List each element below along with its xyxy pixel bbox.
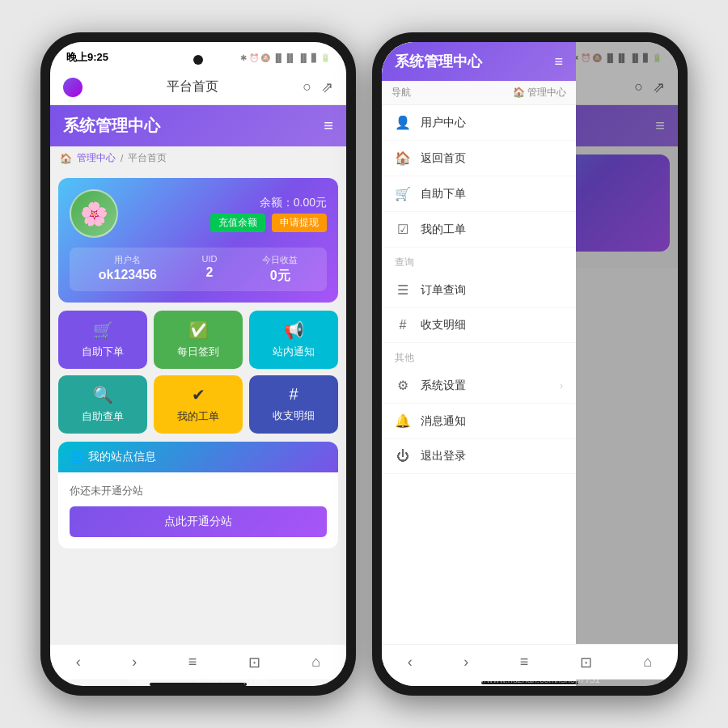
menu-item-settings[interactable]: ⚙ 系统设置 › <box>382 368 576 404</box>
balance-actions-1: 充值余额 申请提现 <box>210 214 327 232</box>
phone-2: 晚上9:25 ✱ ⏰ 🔕 ▐▌▐▌ ▐▌ ▊ 🔋 平台首页 ○ ⇗ 系统管理中心… <box>372 32 688 696</box>
phone-2-screen: 晚上9:25 ✱ ⏰ 🔕 ▐▌▐▌ ▐▌ ▊ 🔋 平台首页 ○ ⇗ 系统管理中心… <box>382 42 678 686</box>
action-grid-1: 🛒 自助下单 ✅ 每日签到 📢 站内通知 🔍 自助查单 ✔ 我的工单 <box>58 311 338 434</box>
back-button-1[interactable]: ‹ <box>76 654 81 671</box>
menu-item-logout[interactable]: ⏻ 退出登录 <box>382 439 576 474</box>
home-icon: 🏠 <box>395 150 411 166</box>
ticket-menu-icon: ☑ <box>395 222 411 237</box>
username-label-1: 用户名 <box>99 254 157 266</box>
ticket-label-1: 我的工单 <box>177 409 219 424</box>
menu-button-1[interactable]: ≡ <box>188 654 197 671</box>
station-title-1: 我的站点信息 <box>88 450 156 464</box>
menu-header-title-2: 系统管理中心 <box>395 52 482 71</box>
ticket-icon: ✔ <box>192 385 205 404</box>
forward-button-1[interactable]: › <box>132 654 137 671</box>
station-icon-1: 🌐 <box>70 451 83 463</box>
station-open-button-1[interactable]: 点此开通分站 <box>70 506 327 537</box>
watermark-2: https://www.huzhan.com/ishop7751 <box>459 675 599 684</box>
menu-item-finance[interactable]: # 收支明细 <box>382 308 576 343</box>
query-label-1: 自助查单 <box>82 409 124 424</box>
menu-breadcrumb-2: 导航 🏠 管理中心 <box>382 81 576 105</box>
menu-item-label-order: 自助下单 <box>421 187 466 201</box>
username-item-1: 用户名 ok123456 <box>99 254 157 285</box>
menu-button-2[interactable]: ≡ <box>520 654 529 671</box>
menu-item-order-query[interactable]: ☰ 订单查询 <box>382 273 576 308</box>
cart-menu-icon: 🛒 <box>395 186 411 201</box>
station-not-opened-1: 你还未开通分站 <box>70 484 327 498</box>
hash-icon: # <box>395 318 411 332</box>
breadcrumb-home-1[interactable]: 管理中心 <box>77 151 116 165</box>
share-button-1[interactable]: ⇗ <box>321 78 333 96</box>
finance-icon: # <box>289 385 298 404</box>
menu-item-home[interactable]: 🏠 返回首页 <box>382 141 576 176</box>
phone-1: 晚上9:25 ✱ ⏰ 🔕 ▐▌▐▌ ▐▌ ▊ 🔋 平台首页 ○ ⇗ 系统管理中心… <box>40 32 356 696</box>
menu-panel-2: 系统管理中心 ≡ 导航 🏠 管理中心 👤 用户中心 <box>382 42 576 686</box>
menu-nav-items-2: 👤 用户中心 🏠 返回首页 🛒 自助下单 ☑ 我的工单 <box>382 105 576 248</box>
avatar-1: 🌸 <box>70 189 118 238</box>
watermark-1: https://www.huzhan.com/ishop7751 <box>128 675 268 684</box>
notice-icon: 📢 <box>284 320 304 340</box>
window-button-2[interactable]: ⊡ <box>580 654 592 671</box>
cart-icon: 🛒 <box>93 320 113 340</box>
top-nav-actions-1: ○ ⇗ <box>303 78 333 96</box>
menu-other-label-2: 其他 <box>382 343 576 368</box>
user-card-1: 🌸 余额：0.00元 充值余额 申请提现 用户名 ok123456 <box>58 178 338 303</box>
username-value-1: ok123456 <box>99 268 157 282</box>
notice-label-1: 站内通知 <box>273 345 315 359</box>
menu-overlay-2: 系统管理中心 ≡ 导航 🏠 管理中心 👤 用户中心 <box>382 42 678 686</box>
breadcrumb-current-1: 平台首页 <box>128 151 167 165</box>
phone-1-screen: 晚上9:25 ✱ ⏰ 🔕 ▐▌▐▌ ▐▌ ▊ 🔋 平台首页 ○ ⇗ 系统管理中心… <box>50 42 346 686</box>
checkin-icon: ✅ <box>188 320 209 340</box>
user-info-row-1: 用户名 ok123456 UID 2 今日收益 0元 <box>70 248 327 291</box>
station-header-1: 🌐 我的站点信息 <box>58 442 338 472</box>
menu-breadcrumb-right-2: 🏠 管理中心 <box>513 86 566 99</box>
home-button-1[interactable]: ⌂ <box>311 654 320 671</box>
menu-query-items-2: ☰ 订单查询 # 收支明细 <box>382 273 576 343</box>
breadcrumb-1: 🏠 管理中心 / 平台首页 <box>50 146 346 170</box>
gear-icon: ⚙ <box>395 378 411 393</box>
search-button-1[interactable]: ○ <box>303 78 311 96</box>
bell-icon: 🔔 <box>395 413 411 429</box>
home-button-2[interactable]: ⌂ <box>643 654 652 671</box>
checkin-button-1[interactable]: ✅ 每日签到 <box>154 311 243 369</box>
header-title-1: 系统管理中心 <box>63 115 160 137</box>
finance-button-1[interactable]: # 收支明细 <box>249 375 338 434</box>
menu-other-items-2: ⚙ 系统设置 › 🔔 消息通知 ⏻ 退出登录 <box>382 368 576 474</box>
ticket-button-1[interactable]: ✔ 我的工单 <box>154 375 243 434</box>
recharge-button-1[interactable]: 充值余额 <box>210 214 265 232</box>
menu-item-order[interactable]: 🛒 自助下单 <box>382 176 576 212</box>
content-1: 🌸 余额：0.00元 充值余额 申请提现 用户名 ok123456 <box>50 170 346 644</box>
user-card-top-1: 🌸 余额：0.00元 充值余额 申请提现 <box>70 189 327 238</box>
query-button-1[interactable]: 🔍 自助查单 <box>58 375 147 434</box>
menu-item-label-order-query: 订单查询 <box>421 283 466 298</box>
menu-item-label-finance: 收支明细 <box>421 318 466 332</box>
menu-item-notify[interactable]: 🔔 消息通知 <box>382 404 576 439</box>
menu-backdrop-2[interactable] <box>576 42 678 686</box>
income-item-1: 今日收益 0元 <box>262 254 298 285</box>
menu-toggle-1[interactable]: ≡ <box>324 116 333 135</box>
balance-section-1: 余额：0.00元 充值余额 申请提现 <box>210 196 327 232</box>
window-button-1[interactable]: ⊡ <box>248 654 260 671</box>
uid-item-1: UID 2 <box>202 254 218 285</box>
menu-item-label-logout: 退出登录 <box>421 449 466 463</box>
station-body-1: 你还未开通分站 点此开通分站 <box>58 472 338 548</box>
balance-label-1: 余额：0.00元 <box>210 196 327 210</box>
menu-header-icon-2[interactable]: ≡ <box>554 53 563 70</box>
breadcrumb-separator-1: / <box>121 153 123 164</box>
query-icon: 🔍 <box>93 385 113 404</box>
withdraw-button-1[interactable]: 申请提现 <box>272 214 327 232</box>
menu-query-label-2: 查询 <box>382 248 576 273</box>
checkin-label-1: 每日签到 <box>177 345 219 359</box>
header-bar-1: 系统管理中心 ≡ <box>50 105 346 146</box>
uid-value-1: 2 <box>202 265 218 280</box>
menu-item-label-ticket: 我的工单 <box>421 222 466 237</box>
settings-arrow-icon: › <box>560 380 563 392</box>
notice-button-1[interactable]: 📢 站内通知 <box>249 311 338 369</box>
menu-item-user-center[interactable]: 👤 用户中心 <box>382 105 576 141</box>
forward-button-2[interactable]: › <box>463 654 468 671</box>
back-button-2[interactable]: ‹ <box>408 654 413 671</box>
menu-item-ticket[interactable]: ☑ 我的工单 <box>382 212 576 248</box>
finance-label-1: 收支明细 <box>273 408 315 423</box>
order-button-1[interactable]: 🛒 自助下单 <box>58 311 147 369</box>
order-label-1: 自助下单 <box>82 345 124 359</box>
